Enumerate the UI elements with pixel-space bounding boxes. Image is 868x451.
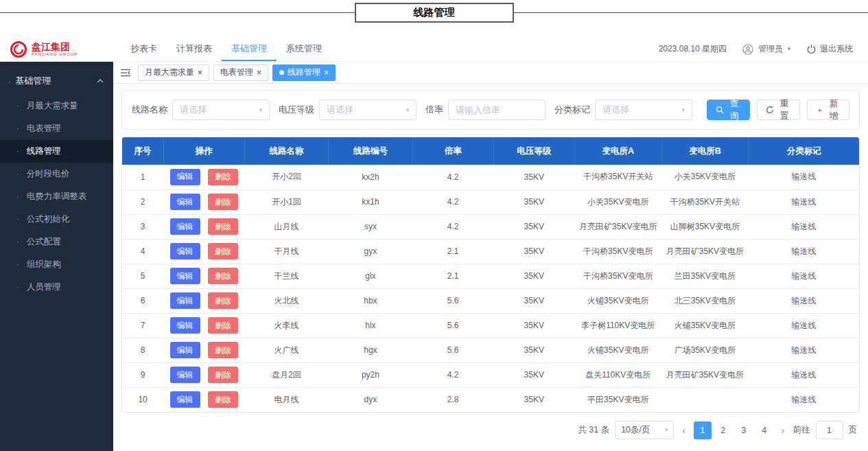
pagination: 共 31 条 10条/页 ▼ ‹ 1234 › 前往 页 — [121, 421, 860, 439]
sidebar-item-label: 线路管理 — [27, 146, 61, 156]
voltage-select[interactable]: 请选择 ▼ — [319, 100, 417, 120]
sidebar-item[interactable]: 电表管理 — [0, 117, 113, 140]
line-name-select[interactable]: 请选择 ▼ — [172, 100, 270, 120]
page-number-button[interactable]: 3 — [735, 421, 753, 439]
delete-button[interactable]: 删除 — [208, 292, 238, 309]
table-head: 序号操作线路名称线路编号倍率电压等级变电所A变电所B分类标记 — [122, 137, 859, 165]
category-select[interactable]: 请选择 ▼ — [595, 100, 692, 120]
nav-item[interactable]: 系统管理 — [277, 37, 331, 61]
add-button[interactable]: ＋ 新增 — [807, 100, 849, 120]
page-number-button[interactable]: 2 — [714, 421, 732, 439]
edit-button[interactable]: 编辑 — [170, 367, 200, 383]
sidebar-item[interactable]: 公式配置 — [0, 231, 113, 253]
tab-bar: 月最大需求量 × 电表管理 × 线路管理 × — [113, 62, 868, 84]
line-name-label: 线路名称 — [132, 104, 167, 116]
page-size-select[interactable]: 10条/页 ▼ — [615, 421, 674, 439]
user-menu[interactable]: 管理员 ▼ — [758, 43, 792, 55]
delete-button[interactable]: 删除 — [208, 391, 238, 408]
delete-button[interactable]: 删除 — [208, 169, 238, 185]
table-header-cell: 操作 — [163, 137, 244, 165]
delete-button[interactable]: 删除 — [208, 268, 238, 284]
tab[interactable]: 线路管理 × — [272, 65, 336, 81]
cell-category: 输送线 — [749, 338, 859, 362]
header-right: 2023.08.10 星期四 管理员 ▼ 退出系 — [659, 43, 853, 55]
cell-index: 1 — [122, 165, 163, 189]
edit-button[interactable]: 编辑 — [170, 194, 200, 210]
nav-item[interactable]: 基础管理 — [222, 37, 277, 61]
cell-actions: 编辑 删除 — [163, 189, 244, 214]
sidebar-item[interactable]: 组织架构 — [0, 253, 113, 276]
cell-voltage: 35KV — [493, 264, 574, 288]
page-number-button[interactable]: 1 — [694, 421, 712, 439]
cell-station-a: 火铺35KV变电所 — [574, 338, 661, 362]
goto-page-input[interactable] — [816, 421, 843, 439]
search-button[interactable]: 查询 — [707, 100, 750, 120]
date-text: 2023.08.10 星期四 — [659, 43, 727, 55]
delete-button[interactable]: 删除 — [208, 367, 238, 383]
delete-button[interactable]: 删除 — [208, 243, 238, 259]
voltage-field: 电压等级 请选择 ▼ — [279, 100, 417, 120]
content-inner: 线路名称 请选择 ▼ 电压等级 请选择 ▼ 倍率 — [113, 84, 868, 451]
collapse-menu-icon[interactable] — [120, 68, 131, 78]
logout-button[interactable]: 退出系统 — [806, 43, 853, 55]
sidebar-item[interactable]: 电费力率调整表 — [0, 185, 113, 208]
filter-bar: 线路名称 请选择 ▼ 电压等级 请选择 ▼ 倍率 — [121, 90, 860, 130]
chevron-down-icon: ▼ — [786, 46, 792, 52]
reset-button[interactable]: 重置 — [757, 100, 800, 120]
sidebar-item-label: 电费力率调整表 — [27, 192, 87, 201]
tab-close-icon[interactable]: × — [257, 69, 261, 77]
cell-category: 输送线 — [749, 264, 859, 288]
tab-close-icon[interactable]: × — [324, 69, 329, 77]
sidebar-item[interactable]: 线路管理 — [0, 140, 113, 163]
next-page-button[interactable]: › — [779, 425, 788, 436]
tab[interactable]: 月最大需求量 × — [138, 65, 209, 81]
edit-button[interactable]: 编辑 — [170, 391, 200, 408]
prev-page-button[interactable]: ‹ — [679, 425, 688, 436]
delete-button[interactable]: 删除 — [208, 317, 238, 334]
delete-button[interactable]: 删除 — [208, 218, 238, 235]
delete-button[interactable]: 删除 — [208, 342, 238, 358]
nav-item[interactable]: 抄表卡 — [121, 37, 167, 61]
lines-table: 序号操作线路名称线路编号倍率电压等级变电所A变电所B分类标记 1 编辑 删除 开… — [122, 137, 859, 412]
edit-button[interactable]: 编辑 — [170, 317, 200, 334]
sidebar-item[interactable]: 分时段电价 — [0, 163, 113, 185]
tab[interactable]: 电表管理 × — [213, 65, 268, 81]
cell-voltage: 35KV — [493, 165, 574, 189]
table-row: 10 编辑 删除 电月线 dyx 2.8 35KV 平田35KV变电所 输送线 — [122, 387, 859, 412]
sidebar-group-basic[interactable]: 基础管理 — [0, 67, 113, 95]
sidebar-item[interactable]: 公式初始化 — [0, 208, 113, 231]
cell-station-a: 月亮田矿35KV变电所 — [574, 214, 661, 239]
edit-button[interactable]: 编辑 — [170, 268, 200, 284]
username: 管理员 — [758, 43, 783, 55]
cell-ratio: 5.6 — [412, 313, 493, 338]
sidebar-group-label: 基础管理 — [15, 75, 51, 87]
cell-index: 6 — [122, 288, 163, 313]
sidebar-item[interactable]: 人员管理 — [0, 276, 113, 299]
tab-label: 月最大需求量 — [145, 67, 194, 78]
edit-button[interactable]: 编辑 — [170, 243, 200, 259]
cell-ratio: 4.2 — [412, 165, 493, 189]
ratio-field: 倍率 — [425, 100, 546, 120]
logo: 盘江集团 PANJIANG GROUP — [10, 41, 114, 58]
category-placeholder: 请选择 — [602, 104, 629, 116]
ratio-input[interactable] — [448, 100, 546, 120]
sidebar-item[interactable]: 月最大需求量 — [0, 95, 113, 117]
cell-index: 3 — [122, 214, 163, 239]
chevron-down-icon: ▼ — [258, 107, 263, 113]
table-card: 序号操作线路名称线路编号倍率电压等级变电所A变电所B分类标记 1 编辑 删除 开… — [121, 137, 860, 413]
edit-button[interactable]: 编辑 — [170, 342, 200, 358]
edit-button[interactable]: 编辑 — [170, 292, 200, 309]
page-number-button[interactable]: 4 — [755, 421, 773, 439]
page-size-value: 10条/页 — [621, 424, 650, 436]
tab-close-icon[interactable]: × — [198, 69, 202, 77]
edit-button[interactable]: 编辑 — [170, 218, 200, 235]
cell-line-code: hlx — [329, 313, 412, 338]
edit-button[interactable]: 编辑 — [170, 169, 200, 185]
search-icon — [716, 106, 724, 114]
logo-text-cn: 盘江集团 — [32, 42, 78, 51]
nav-item[interactable]: 计算报表 — [167, 37, 222, 61]
sidebar: 基础管理 月最大需求量 电表管理 线路管理 分时段电价 电费力率调整表 公式初始… — [0, 62, 113, 451]
table-header-cell: 线路编号 — [329, 137, 412, 165]
cell-actions: 编辑 删除 — [163, 239, 244, 264]
delete-button[interactable]: 删除 — [208, 194, 238, 210]
